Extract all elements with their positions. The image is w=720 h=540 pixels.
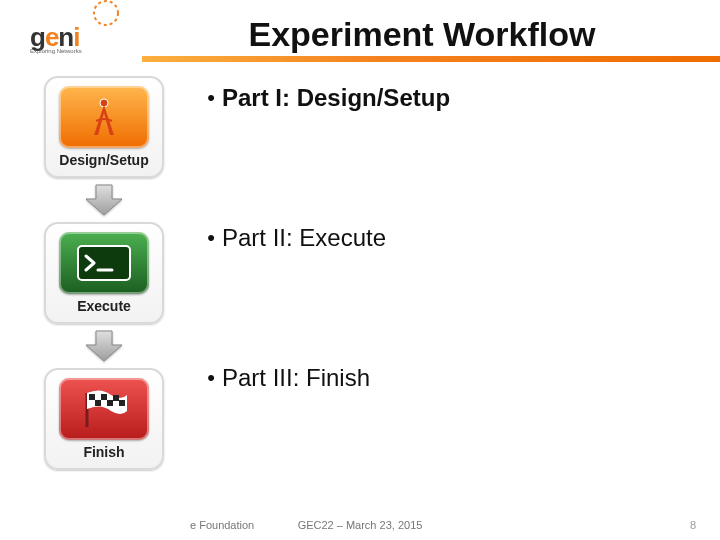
footer-left-text: e Foundation (190, 519, 254, 531)
title-underline (142, 56, 720, 62)
slide-title: Experiment Workflow (249, 15, 614, 54)
slide: geni Exploring Networks Experiment Workf… (0, 0, 720, 540)
svg-rect-6 (101, 394, 107, 400)
logo-subtitle: Exploring Networks (30, 48, 82, 54)
page-number: 8 (690, 519, 696, 531)
workflow-badge-design-setup: Design/Setup (44, 76, 164, 178)
footer-center-text: GEC22 – March 23, 2015 (298, 519, 423, 531)
bullet-dot-icon: • (200, 364, 222, 392)
bullet-dot-icon: • (200, 224, 222, 252)
svg-rect-7 (113, 395, 119, 401)
title-bar: Experiment Workflow (142, 0, 720, 68)
workflow-badge-label: Design/Setup (46, 150, 162, 172)
workflow-column: Design/Setup Execute (24, 76, 184, 470)
bullet-text: Part III: Finish (222, 364, 370, 392)
workflow-badge-label: Execute (46, 296, 162, 318)
arrow-down-icon (80, 182, 128, 218)
slide-content: Design/Setup Execute (0, 68, 720, 510)
workflow-badge-label: Finish (46, 442, 162, 464)
terminal-icon (59, 232, 149, 294)
svg-rect-2 (78, 246, 130, 280)
bullet-text: Part II: Execute (222, 224, 386, 252)
workflow-badge-finish: Finish (44, 368, 164, 470)
geni-logo: geni Exploring Networks (12, 4, 142, 64)
svg-rect-5 (89, 394, 95, 400)
bullet-list: • Part I: Design/Setup • Part II: Execut… (200, 84, 700, 504)
bullet-text: Part I: Design/Setup (222, 84, 450, 112)
workflow-badge-execute: Execute (44, 222, 164, 324)
compass-icon (59, 86, 149, 148)
svg-rect-9 (107, 400, 113, 406)
svg-rect-8 (95, 400, 101, 406)
arrow-down-icon (80, 328, 128, 364)
flag-icon (59, 378, 149, 440)
svg-rect-10 (119, 400, 125, 406)
svg-point-0 (94, 1, 118, 25)
bullet-dot-icon: • (200, 84, 222, 112)
slide-header: geni Exploring Networks Experiment Workf… (0, 0, 720, 68)
logo-globe-icon (82, 0, 130, 30)
bullet-item: • Part II: Execute (200, 224, 700, 252)
bullet-item: • Part III: Finish (200, 364, 700, 392)
bullet-item: • Part I: Design/Setup (200, 84, 700, 112)
slide-footer: e Foundation GEC22 – March 23, 2015 8 (0, 510, 720, 540)
